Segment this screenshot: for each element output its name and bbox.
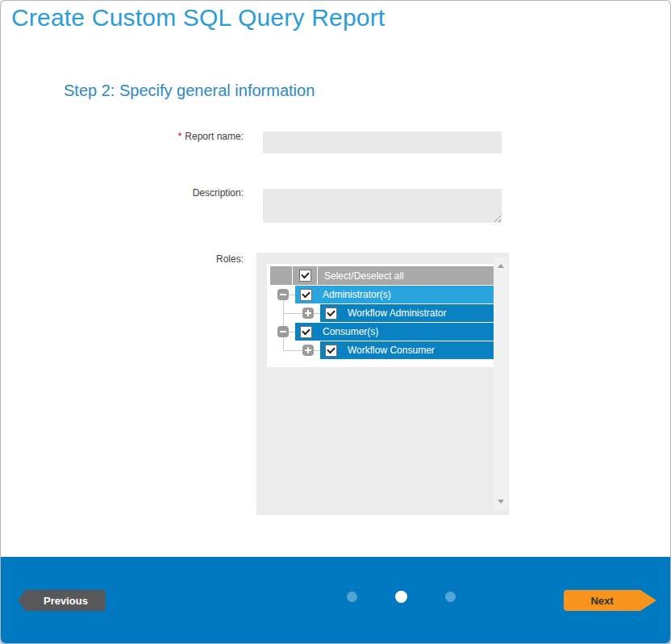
- description-label: Description:: [1, 187, 244, 199]
- previous-button-label: Previous: [26, 590, 106, 611]
- header-checkbox-cell: [293, 266, 317, 285]
- next-button[interactable]: Next: [564, 590, 656, 611]
- tree-connector-line: [283, 313, 302, 314]
- role-row-workflow-administrator[interactable]: Workflow Administrator: [320, 304, 494, 322]
- report-name-input[interactable]: [263, 132, 502, 153]
- step-dot-1[interactable]: [347, 592, 357, 602]
- arrow-left-icon: [18, 590, 26, 611]
- tree-connector-line: [314, 313, 320, 314]
- expand-icon[interactable]: [302, 307, 314, 319]
- required-marker: *: [178, 131, 182, 142]
- select-all-checkbox[interactable]: [299, 270, 311, 282]
- arrow-right-icon: [640, 590, 656, 611]
- wizard-dialog: Create Custom SQL Query Report Step 2: S…: [0, 0, 671, 644]
- step-dot-2[interactable]: [395, 591, 407, 603]
- role-row-workflow-consumer[interactable]: Workflow Consumer: [320, 341, 494, 359]
- roles-label: Roles:: [1, 253, 244, 265]
- role-checkbox[interactable]: [300, 289, 312, 301]
- step-dot-3[interactable]: [445, 592, 456, 602]
- tree-connector-line: [289, 332, 295, 332]
- collapse-icon[interactable]: [277, 326, 289, 337]
- header-expander-cell: [270, 266, 292, 285]
- next-button-label: Next: [564, 590, 640, 611]
- report-name-label-text: Report name:: [185, 131, 244, 142]
- role-row-label: Workflow Consumer: [348, 345, 435, 356]
- select-all-label: Select/Deselect all: [318, 270, 494, 282]
- role-row-administrators[interactable]: Administrator(s): [295, 286, 494, 303]
- expand-icon[interactable]: [302, 345, 314, 356]
- scroll-up-icon[interactable]: [498, 264, 504, 268]
- step-indicator: [347, 591, 456, 603]
- tree-connector-line: [283, 350, 302, 351]
- tree-connector-line: [314, 350, 320, 351]
- role-checkbox[interactable]: [325, 345, 337, 357]
- tree-connector-line: [289, 295, 295, 295]
- roles-panel: Select/Deselect all Administrator(s) Wor…: [256, 253, 509, 515]
- role-checkbox[interactable]: [325, 307, 337, 320]
- report-name-label: *Report name:: [1, 131, 244, 142]
- description-textarea[interactable]: [263, 189, 502, 223]
- description-label-text: Description:: [193, 187, 244, 199]
- previous-button[interactable]: Previous: [18, 590, 106, 611]
- collapse-icon[interactable]: [277, 289, 289, 300]
- tree-connector-line: [283, 337, 284, 350]
- step-heading: Step 2: Specify general information: [64, 82, 315, 100]
- page-title: Create Custom SQL Query Report: [11, 4, 385, 31]
- role-row-label: Administrator(s): [323, 289, 391, 300]
- scroll-down-icon[interactable]: [498, 500, 504, 504]
- wizard-footer: Previous Next: [1, 557, 670, 643]
- description-field-wrap: [263, 189, 502, 223]
- select-all-row[interactable]: Select/Deselect all: [270, 266, 494, 285]
- role-row-consumers[interactable]: Consumer(s): [295, 323, 494, 341]
- roles-scrollbar[interactable]: [494, 257, 508, 510]
- role-checkbox[interactable]: [300, 326, 312, 338]
- role-row-label: Consumer(s): [323, 326, 378, 337]
- role-row-label: Workflow Administrator: [348, 307, 446, 319]
- roles-label-text: Roles:: [216, 253, 244, 265]
